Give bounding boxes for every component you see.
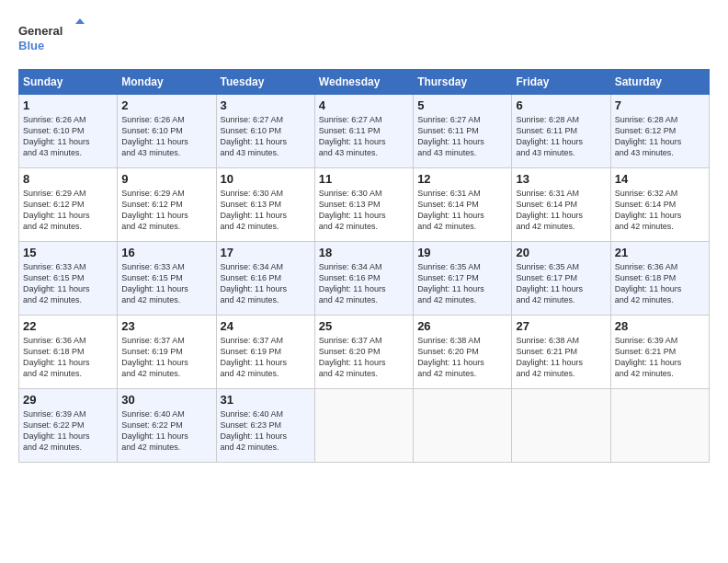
day-info: Sunrise: 6:26 AMSunset: 6:10 PMDaylight:… (121, 115, 188, 157)
day-number: 8 (23, 172, 113, 186)
day-info: Sunrise: 6:37 AMSunset: 6:19 PMDaylight:… (121, 336, 188, 378)
day-number: 4 (319, 98, 409, 112)
calendar-cell: 25 Sunrise: 6:37 AMSunset: 6:20 PMDaylig… (314, 316, 413, 389)
calendar-cell: 22 Sunrise: 6:36 AMSunset: 6:18 PMDaylig… (19, 316, 118, 389)
calendar-cell: 16 Sunrise: 6:33 AMSunset: 6:15 PMDaylig… (118, 242, 216, 316)
day-number: 7 (615, 98, 705, 112)
day-number: 10 (221, 172, 311, 186)
calendar-cell (314, 389, 413, 463)
calendar-cell: 26 Sunrise: 6:38 AMSunset: 6:20 PMDaylig… (414, 316, 512, 389)
day-info: Sunrise: 6:39 AMSunset: 6:21 PMDaylight:… (615, 336, 682, 378)
calendar-cell: 3 Sunrise: 6:27 AMSunset: 6:10 PMDayligh… (216, 95, 314, 168)
day-number: 12 (417, 172, 507, 186)
day-info: Sunrise: 6:31 AMSunset: 6:14 PMDaylight:… (516, 189, 583, 231)
day-number: 22 (23, 319, 113, 333)
day-number: 5 (417, 98, 507, 112)
day-number: 26 (417, 319, 507, 333)
calendar-table: SundayMondayTuesdayWednesdayThursdayFrid… (18, 69, 710, 463)
day-info: Sunrise: 6:34 AMSunset: 6:16 PMDaylight:… (221, 262, 288, 304)
logo-svg: General Blue (18, 18, 92, 60)
day-number: 20 (516, 246, 606, 259)
day-number: 9 (121, 172, 211, 186)
calendar-cell: 15 Sunrise: 6:33 AMSunset: 6:15 PMDaylig… (19, 242, 118, 316)
calendar-cell: 10 Sunrise: 6:30 AMSunset: 6:13 PMDaylig… (216, 168, 314, 242)
day-info: Sunrise: 6:37 AMSunset: 6:19 PMDaylight:… (221, 336, 288, 378)
day-number: 24 (221, 319, 311, 333)
day-info: Sunrise: 6:40 AMSunset: 6:23 PMDaylight:… (221, 409, 288, 452)
weekday-header-thursday: Thursday (414, 70, 512, 95)
weekday-header-tuesday: Tuesday (216, 70, 314, 95)
calendar-cell: 6 Sunrise: 6:28 AMSunset: 6:11 PMDayligh… (512, 95, 610, 168)
day-number: 19 (417, 246, 507, 259)
calendar-cell: 24 Sunrise: 6:37 AMSunset: 6:19 PMDaylig… (216, 316, 314, 389)
day-info: Sunrise: 6:36 AMSunset: 6:18 PMDaylight:… (23, 336, 90, 378)
day-number: 21 (615, 246, 705, 259)
day-info: Sunrise: 6:33 AMSunset: 6:15 PMDaylight:… (23, 262, 90, 304)
calendar-cell: 20 Sunrise: 6:35 AMSunset: 6:17 PMDaylig… (512, 242, 610, 316)
day-number: 25 (319, 319, 409, 333)
calendar-cell: 7 Sunrise: 6:28 AMSunset: 6:12 PMDayligh… (610, 95, 709, 168)
day-number: 29 (23, 393, 113, 407)
calendar-cell: 9 Sunrise: 6:29 AMSunset: 6:12 PMDayligh… (118, 168, 216, 242)
calendar-cell: 5 Sunrise: 6:27 AMSunset: 6:11 PMDayligh… (414, 95, 512, 168)
day-number: 13 (516, 172, 606, 186)
weekday-header-saturday: Saturday (610, 70, 709, 95)
calendar-cell: 21 Sunrise: 6:36 AMSunset: 6:18 PMDaylig… (610, 242, 709, 316)
weekday-header-monday: Monday (118, 70, 216, 95)
day-info: Sunrise: 6:30 AMSunset: 6:13 PMDaylight:… (319, 189, 386, 231)
logo: General Blue (18, 18, 92, 60)
calendar-cell: 27 Sunrise: 6:38 AMSunset: 6:21 PMDaylig… (512, 316, 610, 389)
day-info: Sunrise: 6:27 AMSunset: 6:11 PMDaylight:… (319, 115, 386, 157)
day-number: 14 (615, 172, 705, 186)
day-number: 30 (121, 393, 211, 407)
calendar-cell (414, 389, 512, 463)
day-number: 3 (221, 98, 311, 112)
calendar-cell: 17 Sunrise: 6:34 AMSunset: 6:16 PMDaylig… (216, 242, 314, 316)
calendar-cell (610, 389, 709, 463)
day-info: Sunrise: 6:27 AMSunset: 6:11 PMDaylight:… (417, 115, 484, 157)
day-number: 6 (516, 98, 606, 112)
day-info: Sunrise: 6:29 AMSunset: 6:12 PMDaylight:… (23, 189, 90, 231)
weekday-header-sunday: Sunday (19, 70, 118, 95)
calendar-cell: 19 Sunrise: 6:35 AMSunset: 6:17 PMDaylig… (414, 242, 512, 316)
calendar-cell: 31 Sunrise: 6:40 AMSunset: 6:23 PMDaylig… (216, 389, 314, 463)
day-info: Sunrise: 6:35 AMSunset: 6:17 PMDaylight:… (417, 262, 484, 304)
calendar-cell: 4 Sunrise: 6:27 AMSunset: 6:11 PMDayligh… (314, 95, 413, 168)
calendar-cell: 18 Sunrise: 6:34 AMSunset: 6:16 PMDaylig… (314, 242, 413, 316)
day-info: Sunrise: 6:37 AMSunset: 6:20 PMDaylight:… (319, 336, 386, 378)
day-info: Sunrise: 6:35 AMSunset: 6:17 PMDaylight:… (516, 262, 583, 304)
calendar-cell: 30 Sunrise: 6:40 AMSunset: 6:22 PMDaylig… (118, 389, 216, 463)
day-info: Sunrise: 6:28 AMSunset: 6:11 PMDaylight:… (516, 115, 583, 157)
day-number: 2 (121, 98, 211, 112)
svg-text:Blue: Blue (18, 39, 44, 52)
day-number: 23 (121, 319, 211, 333)
calendar-cell: 13 Sunrise: 6:31 AMSunset: 6:14 PMDaylig… (512, 168, 610, 242)
calendar-cell: 23 Sunrise: 6:37 AMSunset: 6:19 PMDaylig… (118, 316, 216, 389)
day-number: 27 (516, 319, 606, 333)
weekday-header-friday: Friday (512, 70, 610, 95)
day-info: Sunrise: 6:33 AMSunset: 6:15 PMDaylight:… (121, 262, 188, 304)
calendar-cell: 11 Sunrise: 6:30 AMSunset: 6:13 PMDaylig… (314, 168, 413, 242)
day-number: 1 (23, 98, 113, 112)
calendar-cell (512, 389, 610, 463)
day-info: Sunrise: 6:34 AMSunset: 6:16 PMDaylight:… (319, 262, 386, 304)
calendar-cell: 8 Sunrise: 6:29 AMSunset: 6:12 PMDayligh… (19, 168, 118, 242)
svg-marker-2 (75, 18, 85, 24)
day-info: Sunrise: 6:40 AMSunset: 6:22 PMDaylight:… (121, 409, 188, 452)
calendar-cell: 12 Sunrise: 6:31 AMSunset: 6:14 PMDaylig… (414, 168, 512, 242)
day-number: 28 (615, 319, 705, 333)
day-info: Sunrise: 6:27 AMSunset: 6:10 PMDaylight:… (221, 115, 288, 157)
calendar-cell: 2 Sunrise: 6:26 AMSunset: 6:10 PMDayligh… (118, 95, 216, 168)
day-info: Sunrise: 6:31 AMSunset: 6:14 PMDaylight:… (417, 189, 484, 231)
day-number: 18 (319, 246, 409, 259)
day-number: 16 (121, 246, 211, 259)
calendar-cell: 1 Sunrise: 6:26 AMSunset: 6:10 PMDayligh… (19, 95, 118, 168)
weekday-header-wednesday: Wednesday (314, 70, 413, 95)
day-number: 15 (23, 246, 113, 259)
day-info: Sunrise: 6:32 AMSunset: 6:14 PMDaylight:… (615, 189, 682, 231)
day-number: 31 (221, 393, 311, 407)
day-info: Sunrise: 6:39 AMSunset: 6:22 PMDaylight:… (23, 409, 90, 452)
day-info: Sunrise: 6:29 AMSunset: 6:12 PMDaylight:… (121, 189, 188, 231)
day-info: Sunrise: 6:36 AMSunset: 6:18 PMDaylight:… (615, 262, 682, 304)
day-number: 11 (319, 172, 409, 186)
